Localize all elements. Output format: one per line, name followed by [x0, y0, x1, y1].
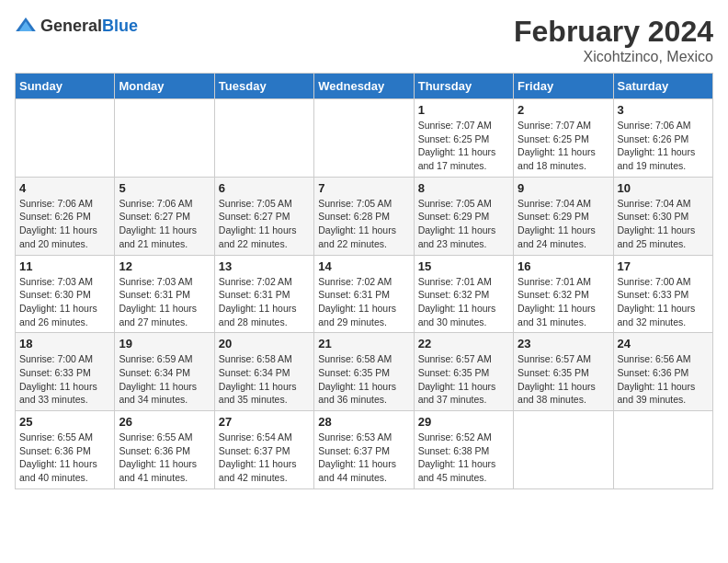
calendar-cell: 24Sunrise: 6:56 AM Sunset: 6:36 PM Dayli…: [613, 333, 712, 411]
calendar-cell: 19Sunrise: 6:59 AM Sunset: 6:34 PM Dayli…: [115, 333, 214, 411]
day-info: Sunrise: 6:54 AM Sunset: 6:37 PM Dayligh…: [219, 431, 310, 485]
calendar-cell: 13Sunrise: 7:02 AM Sunset: 6:31 PM Dayli…: [214, 255, 313, 333]
day-info: Sunrise: 6:53 AM Sunset: 6:37 PM Dayligh…: [318, 431, 409, 485]
day-number: 18: [19, 337, 110, 350]
day-number: 29: [418, 415, 509, 429]
page-header: GeneralBlue February 2024 Xicohtzinco, M…: [15, 15, 713, 65]
calendar-cell: 26Sunrise: 6:55 AM Sunset: 6:36 PM Dayli…: [115, 411, 214, 489]
day-number: 6: [219, 181, 310, 195]
weekday-header-sunday: Sunday: [16, 74, 115, 99]
calendar-cell: 25Sunrise: 6:55 AM Sunset: 6:36 PM Dayli…: [16, 411, 115, 489]
calendar-cell: [514, 411, 613, 489]
weekday-header-tuesday: Tuesday: [214, 74, 313, 99]
day-number: 19: [119, 337, 210, 350]
day-number: 17: [618, 259, 709, 273]
day-number: 20: [219, 337, 310, 350]
calendar-cell: 10Sunrise: 7:04 AM Sunset: 6:30 PM Dayli…: [613, 177, 712, 255]
calendar-cell: 20Sunrise: 6:58 AM Sunset: 6:34 PM Dayli…: [214, 333, 313, 411]
day-number: 5: [119, 181, 210, 195]
day-number: 16: [518, 259, 609, 273]
logo-icon: [15, 15, 37, 37]
day-info: Sunrise: 7:05 AM Sunset: 6:28 PM Dayligh…: [318, 197, 409, 251]
calendar-cell: 12Sunrise: 7:03 AM Sunset: 6:31 PM Dayli…: [115, 255, 214, 333]
calendar-cell: 8Sunrise: 7:05 AM Sunset: 6:29 PM Daylig…: [414, 177, 513, 255]
calendar-cell: 2Sunrise: 7:07 AM Sunset: 6:25 PM Daylig…: [514, 99, 613, 178]
day-number: 1: [418, 103, 509, 117]
calendar-cell: 5Sunrise: 7:06 AM Sunset: 6:27 PM Daylig…: [115, 177, 214, 255]
calendar-cell: 15Sunrise: 7:01 AM Sunset: 6:32 PM Dayli…: [414, 255, 513, 333]
day-info: Sunrise: 6:55 AM Sunset: 6:36 PM Dayligh…: [19, 431, 110, 485]
calendar-week-3: 11Sunrise: 7:03 AM Sunset: 6:30 PM Dayli…: [16, 255, 713, 333]
calendar-cell: [613, 411, 712, 489]
day-number: 25: [19, 415, 110, 429]
day-info: Sunrise: 7:02 AM Sunset: 6:31 PM Dayligh…: [219, 275, 310, 329]
day-number: 9: [518, 181, 609, 195]
month-year-title: February 2024: [514, 15, 713, 49]
logo: GeneralBlue: [15, 15, 138, 37]
day-number: 2: [518, 103, 609, 117]
day-info: Sunrise: 6:52 AM Sunset: 6:38 PM Dayligh…: [418, 431, 509, 485]
day-info: Sunrise: 6:57 AM Sunset: 6:35 PM Dayligh…: [418, 352, 509, 407]
location-subtitle: Xicohtzinco, Mexico: [514, 49, 713, 65]
logo-blue-text: Blue: [102, 17, 138, 35]
day-number: 4: [19, 181, 110, 195]
day-info: Sunrise: 7:06 AM Sunset: 6:26 PM Dayligh…: [618, 119, 709, 173]
calendar-cell: 17Sunrise: 7:00 AM Sunset: 6:33 PM Dayli…: [613, 255, 712, 333]
day-info: Sunrise: 7:01 AM Sunset: 6:32 PM Dayligh…: [518, 275, 609, 329]
day-number: 22: [418, 337, 509, 350]
calendar-cell: 6Sunrise: 7:05 AM Sunset: 6:27 PM Daylig…: [214, 177, 313, 255]
calendar-week-1: 1Sunrise: 7:07 AM Sunset: 6:25 PM Daylig…: [16, 99, 713, 178]
calendar-cell: 3Sunrise: 7:06 AM Sunset: 6:26 PM Daylig…: [613, 99, 712, 178]
calendar-cell: 23Sunrise: 6:57 AM Sunset: 6:35 PM Dayli…: [514, 333, 613, 411]
calendar-cell: 28Sunrise: 6:53 AM Sunset: 6:37 PM Dayli…: [314, 411, 414, 489]
day-info: Sunrise: 6:56 AM Sunset: 6:36 PM Dayligh…: [618, 352, 709, 407]
weekday-header-friday: Friday: [514, 74, 613, 99]
calendar-cell: 27Sunrise: 6:54 AM Sunset: 6:37 PM Dayli…: [214, 411, 313, 489]
day-info: Sunrise: 6:55 AM Sunset: 6:36 PM Dayligh…: [119, 431, 210, 485]
calendar-cell: 9Sunrise: 7:04 AM Sunset: 6:29 PM Daylig…: [514, 177, 613, 255]
day-number: 26: [119, 415, 210, 429]
day-number: 11: [19, 259, 110, 273]
day-info: Sunrise: 7:02 AM Sunset: 6:31 PM Dayligh…: [318, 275, 409, 329]
calendar-cell: 29Sunrise: 6:52 AM Sunset: 6:38 PM Dayli…: [414, 411, 513, 489]
weekday-header-monday: Monday: [115, 74, 214, 99]
day-info: Sunrise: 6:58 AM Sunset: 6:35 PM Dayligh…: [318, 352, 409, 407]
calendar-cell: 7Sunrise: 7:05 AM Sunset: 6:28 PM Daylig…: [314, 177, 414, 255]
day-info: Sunrise: 7:04 AM Sunset: 6:29 PM Dayligh…: [518, 197, 609, 251]
day-number: 3: [618, 103, 709, 117]
day-info: Sunrise: 7:00 AM Sunset: 6:33 PM Dayligh…: [618, 275, 709, 329]
day-info: Sunrise: 7:06 AM Sunset: 6:27 PM Dayligh…: [119, 197, 210, 251]
weekday-header-saturday: Saturday: [613, 74, 712, 99]
calendar-cell: [16, 99, 115, 178]
day-number: 12: [119, 259, 210, 273]
day-number: 15: [418, 259, 509, 273]
day-info: Sunrise: 7:05 AM Sunset: 6:29 PM Dayligh…: [418, 197, 509, 251]
calendar-week-2: 4Sunrise: 7:06 AM Sunset: 6:26 PM Daylig…: [16, 177, 713, 255]
day-info: Sunrise: 7:05 AM Sunset: 6:27 PM Dayligh…: [219, 197, 310, 251]
calendar-table: SundayMondayTuesdayWednesdayThursdayFrid…: [15, 73, 713, 489]
day-info: Sunrise: 7:00 AM Sunset: 6:33 PM Dayligh…: [19, 352, 110, 407]
day-number: 23: [518, 337, 609, 350]
day-number: 14: [318, 259, 409, 273]
logo-general-text: General: [40, 17, 102, 35]
day-info: Sunrise: 7:04 AM Sunset: 6:30 PM Dayligh…: [618, 197, 709, 251]
day-info: Sunrise: 7:03 AM Sunset: 6:31 PM Dayligh…: [119, 275, 210, 329]
weekday-header-row: SundayMondayTuesdayWednesdayThursdayFrid…: [16, 74, 713, 99]
calendar-cell: 11Sunrise: 7:03 AM Sunset: 6:30 PM Dayli…: [16, 255, 115, 333]
day-info: Sunrise: 6:57 AM Sunset: 6:35 PM Dayligh…: [518, 352, 609, 407]
calendar-cell: 21Sunrise: 6:58 AM Sunset: 6:35 PM Dayli…: [314, 333, 414, 411]
day-number: 21: [318, 337, 409, 350]
day-number: 24: [618, 337, 709, 350]
day-info: Sunrise: 7:03 AM Sunset: 6:30 PM Dayligh…: [19, 275, 110, 329]
calendar-cell: [115, 99, 214, 178]
calendar-week-5: 25Sunrise: 6:55 AM Sunset: 6:36 PM Dayli…: [16, 411, 713, 489]
calendar-cell: [314, 99, 414, 178]
day-info: Sunrise: 7:06 AM Sunset: 6:26 PM Dayligh…: [19, 197, 110, 251]
calendar-cell: 14Sunrise: 7:02 AM Sunset: 6:31 PM Dayli…: [314, 255, 414, 333]
day-number: 13: [219, 259, 310, 273]
calendar-cell: [214, 99, 313, 178]
weekday-header-wednesday: Wednesday: [314, 74, 414, 99]
day-number: 10: [618, 181, 709, 195]
day-info: Sunrise: 7:01 AM Sunset: 6:32 PM Dayligh…: [418, 275, 509, 329]
weekday-header-thursday: Thursday: [414, 74, 513, 99]
